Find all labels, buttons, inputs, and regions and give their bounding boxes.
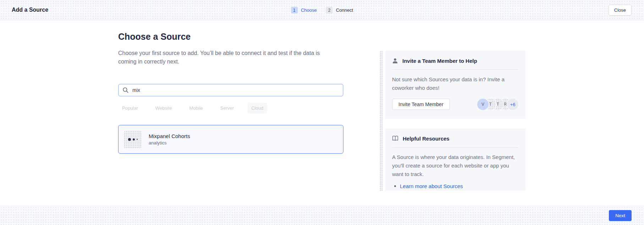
page-description-line-2: coming in correctly next. — [118, 57, 343, 66]
invite-panel-body: Not sure which Sources your data is in? … — [392, 75, 518, 92]
learn-more-sources-link[interactable]: Learn more about Sources — [400, 183, 463, 189]
bullet-point — [394, 185, 396, 187]
step-indicator: 1 Choose 2 Connect — [291, 0, 353, 20]
source-card-mixpanel-cohorts[interactable]: Mixpanel Cohorts analytics — [118, 125, 343, 154]
step-choose-number: 1 — [291, 7, 298, 13]
person-icon — [392, 58, 398, 64]
resources-panel-header: Helpful Resources — [392, 134, 518, 143]
invite-body-line-1: Not sure which Sources your data is in? … — [392, 75, 518, 84]
mixpanel-logo-dot — [137, 139, 138, 140]
step-connect[interactable]: 2 Connect — [326, 7, 353, 13]
divider — [392, 147, 518, 148]
mixpanel-logo-dot — [133, 138, 135, 141]
search-input[interactable] — [118, 84, 343, 97]
source-name: Mixpanel Cohorts — [149, 133, 190, 139]
invite-actions-row: Invite Team Member V T T R +6 — [392, 99, 518, 110]
resources-body-line-2: you'll create a source for each website … — [392, 161, 518, 170]
resources-panel-body: A Source is where your data originates. … — [392, 153, 518, 179]
resources-body-line-3: want to track. — [392, 170, 518, 179]
tab-website[interactable]: Website — [152, 103, 176, 114]
step-choose[interactable]: 1 Choose — [291, 7, 317, 13]
invite-team-member-button[interactable]: Invite Team Member — [392, 99, 450, 110]
tab-cloud[interactable]: Cloud — [247, 103, 267, 114]
invite-panel: Invite a Team Member to Help Not sure wh… — [385, 51, 525, 119]
invite-body-line-2: coworker who does! — [392, 84, 518, 92]
tab-popular[interactable]: Popular — [118, 103, 142, 114]
search-icon — [122, 87, 129, 93]
top-bar: Add a Source 1 Choose 2 Connect Close — [0, 0, 644, 20]
resources-panel-title: Helpful Resources — [403, 136, 450, 142]
window-title: Add a Source — [12, 7, 48, 13]
resources-link-row: Learn more about Sources — [392, 183, 518, 189]
step-connect-number: 2 — [326, 7, 333, 13]
source-search — [118, 84, 343, 97]
page-title: Choose a Source — [118, 31, 343, 42]
divider — [392, 70, 518, 70]
step-choose-label: Choose — [301, 7, 317, 13]
footer-bar: Next — [0, 206, 644, 225]
tab-mobile[interactable]: Mobile — [186, 103, 207, 114]
category-tabs: Popular Website Mobile Server Cloud — [118, 103, 343, 114]
main-content: Choose a Source Choose your first source… — [118, 31, 343, 154]
invite-panel-header: Invite a Team Member to Help — [392, 56, 518, 65]
source-category: analytics — [149, 140, 190, 146]
team-avatars: V T T R +6 — [477, 99, 518, 110]
next-button[interactable]: Next — [609, 210, 632, 221]
avatar-overflow-badge: +6 — [507, 99, 518, 110]
step-connect-label: Connect — [336, 7, 353, 13]
mixpanel-logo-dot — [128, 138, 131, 141]
source-card-text: Mixpanel Cohorts analytics — [149, 133, 190, 146]
resources-panel: Helpful Resources A Source is where your… — [385, 128, 525, 191]
mixpanel-logo — [124, 131, 142, 148]
sidebar-divider-strip — [380, 51, 382, 191]
close-button[interactable]: Close — [609, 5, 632, 16]
avatar: V — [477, 99, 489, 110]
invite-panel-title: Invite a Team Member to Help — [402, 58, 477, 64]
page-description-line-1: Choose your first source to add. You’ll … — [118, 49, 343, 57]
resources-body-line-1: A Source is where your data originates. … — [392, 153, 518, 161]
book-icon — [392, 135, 398, 142]
page-description: Choose your first source to add. You’ll … — [118, 49, 343, 66]
tab-server[interactable]: Server — [216, 103, 238, 114]
